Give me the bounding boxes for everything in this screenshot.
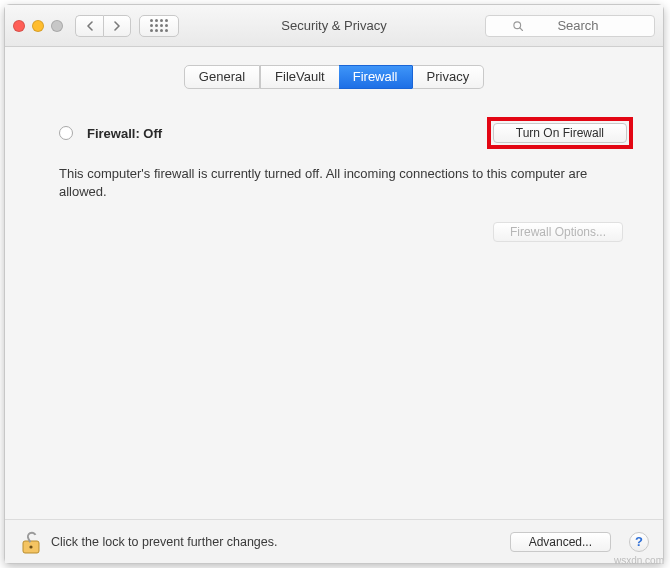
firewall-status-label: Firewall: Off — [87, 126, 162, 141]
firewall-options-button: Firewall Options... — [493, 222, 623, 242]
lock-hint-text: Click the lock to prevent further change… — [51, 535, 278, 549]
chevron-right-icon — [113, 21, 121, 31]
firewall-status-indicator — [59, 126, 73, 140]
tab-general[interactable]: General — [184, 65, 260, 89]
grid-icon — [150, 19, 168, 32]
close-window-button[interactable] — [13, 20, 25, 32]
titlebar: Security & Privacy — [5, 5, 663, 47]
back-button[interactable] — [75, 15, 103, 37]
tab-filevault[interactable]: FileVault — [260, 65, 339, 89]
firewall-description: This computer's firewall is currently tu… — [59, 165, 623, 200]
tab-bar: General FileVault Firewall Privacy — [5, 65, 663, 89]
svg-point-2 — [29, 545, 32, 548]
search-icon — [512, 20, 524, 32]
turn-on-firewall-button[interactable]: Turn On Firewall — [493, 123, 627, 143]
firewall-status-row: Firewall: Off Turn On Firewall — [59, 117, 633, 149]
back-forward-group — [75, 15, 131, 37]
help-button[interactable]: ? — [629, 532, 649, 552]
zoom-window-button[interactable] — [51, 20, 63, 32]
forward-button[interactable] — [103, 15, 131, 37]
search-input[interactable] — [528, 17, 628, 34]
svg-line-1 — [520, 27, 523, 30]
lock-button[interactable] — [19, 529, 41, 555]
lock-open-icon — [19, 529, 41, 555]
footer: Click the lock to prevent further change… — [5, 519, 663, 563]
tab-firewall[interactable]: Firewall — [339, 65, 412, 89]
search-field[interactable] — [485, 15, 655, 37]
security-privacy-window: Security & Privacy General FileVault Fir… — [4, 4, 664, 564]
watermark: wsxdn.com — [614, 555, 664, 566]
chevron-left-icon — [86, 21, 94, 31]
firewall-options-row: Firewall Options... — [5, 222, 623, 242]
tab-privacy[interactable]: Privacy — [412, 65, 485, 89]
turn-on-highlight: Turn On Firewall — [487, 117, 633, 149]
show-all-preferences-button[interactable] — [139, 15, 179, 37]
window-controls — [13, 20, 63, 32]
minimize-window-button[interactable] — [32, 20, 44, 32]
content-area: General FileVault Firewall Privacy Firew… — [5, 47, 663, 519]
advanced-button[interactable]: Advanced... — [510, 532, 611, 552]
